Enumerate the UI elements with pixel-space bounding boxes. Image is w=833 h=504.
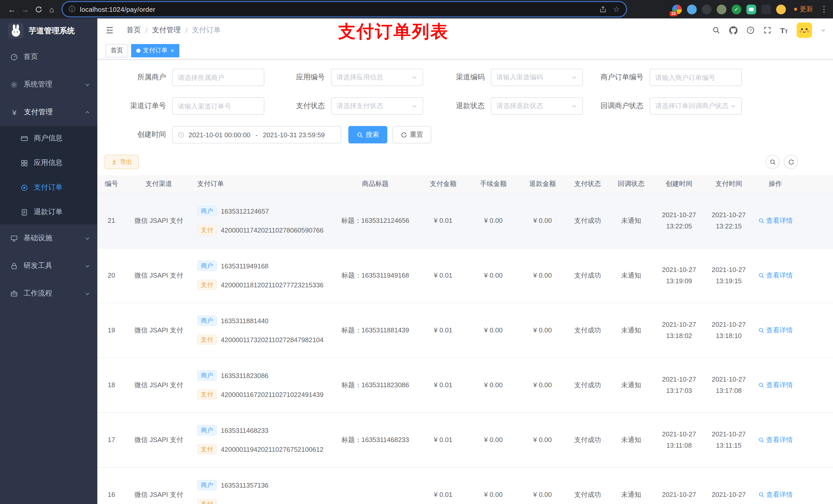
url-text[interactable]: localhost:1024/pay/order xyxy=(80,5,599,13)
col-amount: 支付金额 xyxy=(418,175,469,193)
extension-green-check-icon[interactable]: ✓ xyxy=(732,4,741,14)
help-icon[interactable] xyxy=(746,26,754,34)
breadcrumb-home[interactable]: 首页 xyxy=(126,26,141,35)
cell-fee: ¥ 0.00 xyxy=(469,412,518,467)
refund-status-select[interactable]: 请选择退款状态 xyxy=(491,97,583,115)
channel-order-no-input[interactable] xyxy=(178,102,259,110)
close-icon[interactable]: × xyxy=(171,47,174,54)
browser-toolbar: ← → ⌂ ⓘ localhost:1024/pay/order ☆ 10 ✓ … xyxy=(0,0,833,19)
filter-form: 所属商户 应用编号 请选择应用信息 渠道编码 xyxy=(97,59,833,143)
user-avatar[interactable] xyxy=(796,23,812,38)
create-time-range-picker[interactable]: 2021-10-01 00:00:00 - 2021-10-31 23:59:5… xyxy=(172,126,341,143)
view-detail-link[interactable]: 查看详情 xyxy=(758,326,793,335)
sidebar-item-infrastructure[interactable]: 基础设施 xyxy=(0,224,97,252)
filter-refund-status: 退款状态 请选择退款状态 xyxy=(423,97,583,115)
pay-status-select[interactable]: 请选择支付状态 xyxy=(331,97,423,115)
merchant-order-no-input[interactable] xyxy=(655,73,736,81)
sidebar-item-app-info[interactable]: 应用信息 xyxy=(0,150,97,175)
extension-chat-icon[interactable] xyxy=(746,4,756,14)
fullscreen-icon[interactable] xyxy=(763,26,771,34)
reload-icon[interactable] xyxy=(32,3,45,16)
channel-code-select[interactable]: 请输入渠道编码 xyxy=(491,69,583,86)
export-button[interactable]: 导出 xyxy=(104,155,139,169)
breadcrumb-payment[interactable]: 支付管理 xyxy=(152,26,181,35)
extension-face-icon[interactable] xyxy=(776,4,786,14)
browser-menu-icon[interactable]: ⋮ xyxy=(820,5,828,14)
search-icon[interactable] xyxy=(712,26,720,34)
select-placeholder: 请选择退款状态 xyxy=(496,101,543,111)
extension-dark-icon[interactable] xyxy=(702,4,712,14)
site-info-icon[interactable]: ⓘ xyxy=(69,5,75,14)
chevron-down-icon xyxy=(411,103,418,109)
cell-pay-time: 2021-10-2713:19:15 xyxy=(704,248,754,303)
toggle-search-button[interactable] xyxy=(765,155,780,169)
filter-merchant: 所属商户 xyxy=(104,69,264,86)
select-placeholder: 请选择订单回调商户状态 xyxy=(655,101,729,111)
cell-fee: ¥ 0.00 xyxy=(469,303,518,358)
home-icon[interactable]: ⌂ xyxy=(45,3,58,16)
sidebar-item-payment[interactable]: ¥ 支付管理 xyxy=(0,98,97,126)
breadcrumb-separator: / xyxy=(145,26,147,34)
sidebar-item-workflow[interactable]: 工作流程 xyxy=(0,280,97,307)
chrome-update-button[interactable]: 更新 xyxy=(794,5,813,14)
notify-status-select[interactable]: 请选择订单回调商户状态 xyxy=(649,97,742,115)
cell-pay-time: 2021-10-2713:18:10 xyxy=(704,303,754,358)
cell-filler xyxy=(797,358,833,412)
breadcrumb-current: 支付订单 xyxy=(192,26,221,35)
extension-colorful-icon[interactable]: 10 xyxy=(672,4,682,14)
sidebar-collapse-icon[interactable] xyxy=(105,26,114,35)
address-bar[interactable]: ⓘ localhost:1024/pay/order ☆ xyxy=(63,2,626,16)
range-separator: - xyxy=(254,131,259,139)
col-actions: 操作 xyxy=(754,175,797,193)
field-label: 创建时间 xyxy=(104,130,172,139)
sidebar-item-pay-order[interactable]: 支付订单 xyxy=(0,175,97,200)
app-no-select[interactable]: 请选择应用信息 xyxy=(331,69,423,86)
tab-home[interactable]: 首页 xyxy=(105,44,128,57)
extension-pin-icon[interactable] xyxy=(761,4,771,14)
extension-blue-icon[interactable] xyxy=(687,4,697,14)
range-start[interactable]: 2021-10-01 00:00:00 xyxy=(189,131,250,139)
sidebar-item-merchant-info[interactable]: 商户信息 xyxy=(0,126,97,150)
avatar-dropdown-icon[interactable] xyxy=(821,28,826,33)
merchant-input[interactable] xyxy=(178,73,259,81)
view-detail-link[interactable]: 查看详情 xyxy=(758,380,793,389)
view-detail-link[interactable]: 查看详情 xyxy=(758,435,793,444)
browser-extensions-area: 10 ✓ 更新 ⋮ xyxy=(633,4,828,14)
sidebar-item-label: 工作流程 xyxy=(24,289,52,298)
cell-create-time: 2021-10-27 xyxy=(654,467,704,504)
col-status: 支付状态 xyxy=(567,175,608,193)
view-detail-link[interactable]: 查看详情 xyxy=(758,216,793,225)
search-button-label: 搜索 xyxy=(366,130,379,139)
range-end[interactable]: 2021-10-31 23:59:59 xyxy=(263,131,325,139)
pay-tag: 支付 xyxy=(197,389,217,400)
sidebar-item-dev-tools[interactable]: 研发工具 xyxy=(0,252,97,280)
sidebar-item-system[interactable]: 系统管理 xyxy=(0,71,97,98)
view-detail-link[interactable]: 查看详情 xyxy=(758,271,793,280)
github-icon[interactable] xyxy=(729,26,737,34)
forward-icon[interactable]: → xyxy=(19,3,32,16)
view-detail-link[interactable]: 查看详情 xyxy=(758,490,793,499)
cell-filler xyxy=(797,248,833,303)
chevron-down-icon xyxy=(571,103,577,109)
logo[interactable]: 芋道管理系统 xyxy=(0,19,97,43)
cell-actions: 查看详情 xyxy=(754,358,797,412)
merchant-tag: 商户 xyxy=(197,425,217,435)
top-navbar: 首页 / 支付管理 / 支付订单 支付订单列表 TT xyxy=(97,19,833,42)
share-icon[interactable] xyxy=(599,5,607,13)
export-button-label: 导出 xyxy=(120,158,132,166)
cell-pay-order: 商户1635311468233 支付4200001194202110276752… xyxy=(192,412,333,467)
search-button[interactable]: 搜索 xyxy=(348,126,387,143)
col-create-time: 创建时间 xyxy=(654,175,704,193)
reset-button[interactable]: 重置 xyxy=(392,126,431,143)
cell-amount: ¥ 0.01 xyxy=(418,358,469,412)
tab-pay-order[interactable]: 支付订单 × xyxy=(131,44,179,57)
bookmark-star-icon[interactable]: ☆ xyxy=(613,5,620,14)
font-size-icon[interactable]: TT xyxy=(780,26,788,34)
sidebar-item-label: 基础设施 xyxy=(24,234,52,243)
refresh-table-button[interactable] xyxy=(784,155,798,169)
chevron-down-icon xyxy=(85,263,90,269)
extension-olive-icon[interactable] xyxy=(717,4,727,14)
sidebar-item-refund-order[interactable]: 退款订单 xyxy=(0,200,97,224)
sidebar-item-home[interactable]: 首页 xyxy=(0,43,97,71)
back-icon[interactable]: ← xyxy=(5,3,19,16)
